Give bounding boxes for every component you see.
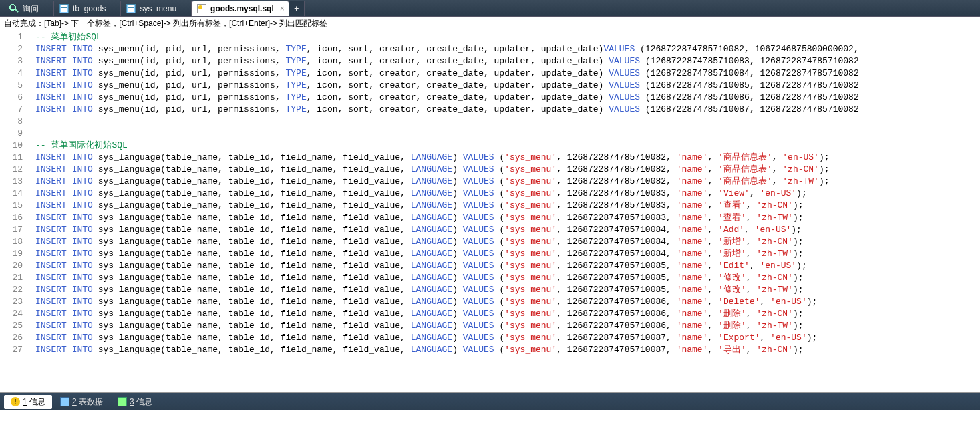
- status-tab[interactable]: 3 信息: [111, 395, 159, 409]
- file-tab[interactable]: 询问: [4, 1, 54, 16]
- code-editor[interactable]: 1234567891011121314151617181920212223242…: [0, 31, 980, 393]
- tab-label: goods.mysql.sql: [210, 4, 274, 13]
- file-tab[interactable]: tb_goods: [54, 1, 121, 16]
- msg-icon: [118, 397, 127, 406]
- status-tab[interactable]: 2 表数据: [53, 395, 110, 409]
- close-icon[interactable]: ×: [280, 4, 285, 13]
- file-tab[interactable]: goods.mysql.sql ×: [192, 1, 289, 16]
- search-icon: [9, 4, 19, 13]
- table-icon: [59, 4, 69, 13]
- file-tabs: 询问 tb_goods sys_menu goods.mysql.sql × +: [0, 0, 980, 17]
- autocomplete-hint: 自动完成：[Tab]-> 下一个标签，[Ctrl+Space]-> 列出所有标签…: [0, 17, 980, 31]
- table-icon: [126, 4, 136, 13]
- tab-label: sys_menu: [140, 4, 176, 13]
- tab-label: 询问: [23, 3, 39, 15]
- status-tab-label: 3 信息: [130, 396, 152, 408]
- data-icon: [60, 397, 69, 406]
- tab-label: tb_goods: [73, 4, 106, 13]
- status-tab[interactable]: 1 信息: [4, 395, 52, 409]
- status-bar: 1 信息 2 表数据 3 信息: [0, 393, 980, 410]
- file-tab[interactable]: sys_menu: [121, 1, 192, 16]
- new-tab-button[interactable]: +: [289, 1, 305, 16]
- info-icon: [11, 397, 20, 406]
- status-tab-label: 1 信息: [23, 396, 45, 408]
- line-gutter: 1234567891011121314151617181920212223242…: [0, 31, 31, 356]
- sql-icon: [197, 4, 206, 13]
- status-tab-label: 2 表数据: [72, 396, 103, 408]
- code-content[interactable]: -- 菜单初始SQLINSERT INTO sys_menu(id, pid, …: [31, 31, 863, 356]
